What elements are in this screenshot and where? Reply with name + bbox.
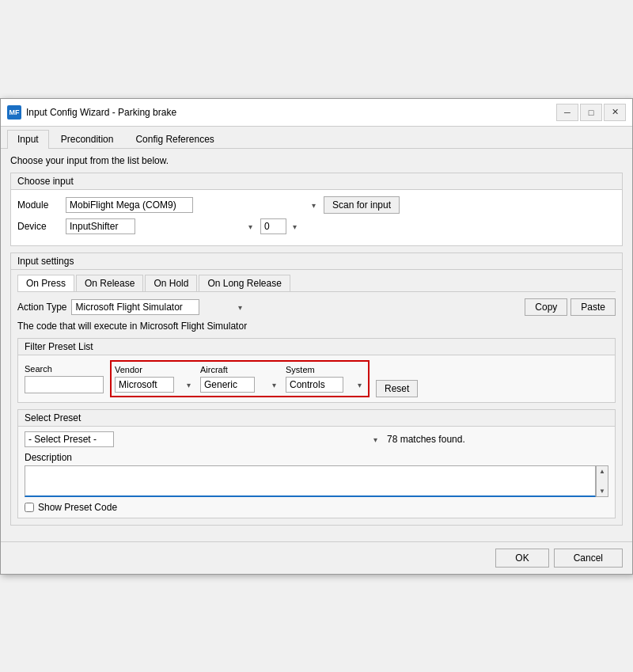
scroll-up-icon[interactable]: ▲ [599, 468, 605, 475]
show-preset-code-checkbox[interactable] [25, 503, 34, 512]
window-title: Input Config Wizard - Parking brake [26, 107, 552, 118]
footer-buttons: OK Cancel [1, 541, 632, 574]
search-group: Search [25, 364, 104, 393]
module-select[interactable]: MobiFlight Mega (COM9) [66, 197, 193, 213]
title-bar: MF Input Config Wizard - Parking brake ─… [1, 99, 632, 127]
paste-button[interactable]: Paste [570, 298, 616, 316]
system-combo-wrapper: Controls Engine Autopilot Lights [286, 377, 365, 393]
input-settings-group: Input settings On Press On Release On Ho… [10, 252, 623, 526]
action-buttons: Copy Paste [525, 298, 616, 316]
action-type-combo-wrapper: Microsoft Flight Simulator FSUIPC Variab… [71, 299, 245, 315]
system-group: System Controls Engine Autopilot Lights [286, 365, 365, 393]
reset-button[interactable]: Reset [376, 380, 418, 397]
maximize-button[interactable]: □ [580, 104, 602, 121]
select-preset-label: Select Preset [18, 410, 615, 427]
vendor-select[interactable]: Microsoft Asobo Custom [115, 377, 174, 393]
show-preset-code-label: Show Preset Code [38, 502, 117, 513]
code-hint: The code that will execute in Microsoft … [17, 321, 616, 332]
device-num-select[interactable]: 0 [260, 218, 286, 234]
module-row: Module MobiFlight Mega (COM9) Scan for i… [17, 196, 616, 214]
device-num-combo-wrapper: 0 [260, 218, 300, 234]
vendor-group: Vendor Microsoft Asobo Custom [115, 365, 194, 393]
input-settings-content: On Press On Release On Hold On Long Rele… [11, 270, 622, 525]
tab-on-release[interactable]: On Release [76, 275, 143, 291]
show-preset-code-row: Show Preset Code [25, 502, 608, 513]
search-label: Search [25, 364, 104, 374]
system-select[interactable]: Controls Engine Autopilot Lights [286, 377, 343, 393]
copy-button[interactable]: Copy [525, 298, 567, 316]
select-preset-content: - Select Preset - 78 matches found. Desc… [18, 427, 615, 518]
cancel-button[interactable]: Cancel [554, 549, 623, 568]
description-box [25, 465, 596, 497]
main-content: Choose your input from the list below. C… [1, 149, 632, 541]
choose-input-content: Module MobiFlight Mega (COM9) Scan for i… [11, 190, 622, 245]
choose-input-group: Choose input Module MobiFlight Mega (COM… [10, 173, 623, 246]
aircraft-combo-wrapper: Generic A320 737 C172 [200, 377, 279, 393]
device-combo-wrapper: InputShifter [66, 218, 256, 234]
filter-highlighted-group: Vendor Microsoft Asobo Custom [110, 360, 370, 397]
app-logo: MF [7, 105, 21, 120]
device-row: Device InputShifter 0 [17, 218, 616, 234]
aircraft-group: Aircraft Generic A320 737 C172 [200, 365, 279, 393]
scan-input-button[interactable]: Scan for input [324, 196, 400, 214]
filter-row: Search Vendor Microsoft Asobo [25, 360, 608, 397]
matches-text: 78 matches found. [387, 434, 465, 445]
action-type-left: Action Type Microsoft Flight Simulator F… [17, 299, 245, 315]
preset-select[interactable]: - Select Preset - [25, 431, 114, 447]
filter-preset-label: Filter Preset List [18, 339, 615, 355]
input-settings-label: Input settings [11, 253, 622, 270]
aircraft-select[interactable]: Generic A320 737 C172 [200, 377, 255, 393]
module-label: Module [17, 199, 61, 211]
device-label: Device [17, 221, 61, 232]
ok-button[interactable]: OK [495, 549, 548, 568]
tab-input[interactable]: Input [7, 130, 49, 149]
minimize-button[interactable]: ─ [556, 104, 578, 121]
action-type-select[interactable]: Microsoft Flight Simulator FSUIPC Variab… [71, 299, 199, 315]
input-tabs: On Press On Release On Hold On Long Rele… [17, 275, 616, 292]
close-button[interactable]: ✕ [604, 104, 626, 121]
system-label: System [286, 365, 365, 374]
tab-on-long-release[interactable]: On Long Release [199, 275, 290, 291]
action-type-label: Action Type [17, 302, 66, 313]
choose-input-label: Choose input [11, 173, 622, 190]
tab-precondition[interactable]: Precondition [51, 130, 124, 148]
module-combo-wrapper: MobiFlight Mega (COM9) [66, 197, 319, 213]
title-bar-buttons: ─ □ ✕ [556, 104, 626, 121]
filter-preset-section: Filter Preset List Search Vendor [17, 338, 616, 403]
action-type-row: Action Type Microsoft Flight Simulator F… [17, 298, 616, 316]
preset-row: - Select Preset - 78 matches found. [25, 431, 608, 447]
description-area: ▲ ▼ [25, 465, 608, 497]
hint-text: Choose your input from the list below. [10, 155, 623, 166]
preset-combo-wrapper: - Select Preset - [25, 431, 381, 447]
device-select[interactable]: InputShifter [66, 218, 135, 234]
main-window: MF Input Config Wizard - Parking brake ─… [0, 98, 633, 575]
menu-tabs: Input Precondition Config References [1, 127, 632, 149]
filter-content: Search Vendor Microsoft Asobo [18, 355, 615, 402]
select-preset-section: Select Preset - Select Preset - 78 match… [17, 409, 616, 518]
tab-on-press[interactable]: On Press [17, 275, 74, 291]
tab-on-hold[interactable]: On Hold [145, 275, 197, 291]
vendor-combo-wrapper: Microsoft Asobo Custom [115, 377, 194, 393]
scroll-down-icon[interactable]: ▼ [599, 488, 605, 495]
vendor-label: Vendor [115, 365, 194, 374]
description-label: Description [25, 452, 608, 463]
aircraft-label: Aircraft [200, 365, 279, 374]
search-input[interactable] [25, 376, 104, 393]
description-scrollbar[interactable]: ▲ ▼ [596, 465, 608, 497]
tab-config-references[interactable]: Config References [125, 130, 224, 148]
